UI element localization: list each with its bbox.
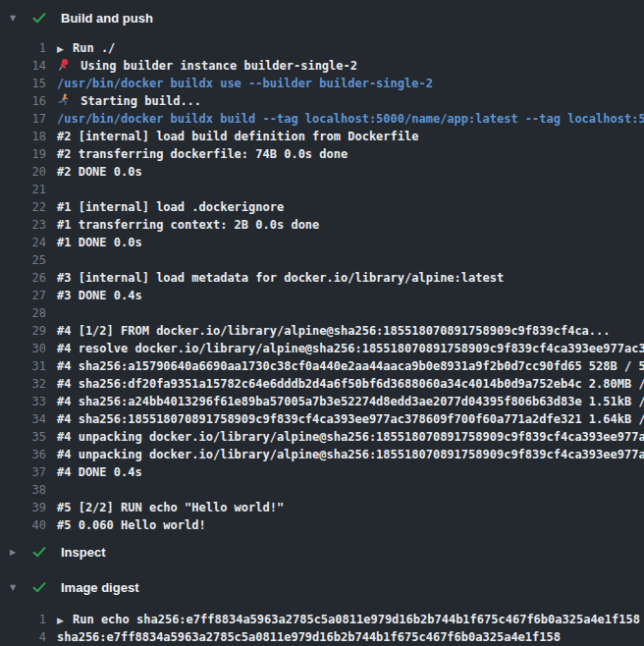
line-number[interactable]: 14 [0, 57, 46, 75]
log-text: ▶Run ./ [57, 39, 115, 57]
log-text: #4 unpacking docker.io/library/alpine@sh… [57, 446, 644, 463]
log-text: #1 DONE 0.0s [57, 234, 142, 251]
log-section-build-and-push: ▼Build and push1▶Run ./14 Using builder … [0, 0, 644, 534]
line-number[interactable]: 30 [0, 340, 46, 357]
log-line: 37#4 DONE 0.4s [0, 463, 644, 481]
line-number[interactable]: 35 [0, 428, 46, 446]
line-number[interactable]: 19 [0, 145, 46, 163]
log-line: 39#5 [2/2] RUN echo "Hello world!" [0, 499, 644, 516]
log-text: ▶Run echo sha256:e7ff8834a5963a2785c5a08… [57, 611, 640, 628]
log-text: #2 DONE 0.0s [57, 163, 142, 181]
log-line: 16 Starting build... [0, 92, 644, 110]
log-line: 19#2 transferring dockerfile: 74B 0.0s d… [0, 145, 644, 163]
section-header-image-digest[interactable]: ▼Image digest [0, 569, 644, 605]
log-line: 26#3 [internal] load metadata for docker… [0, 269, 644, 287]
log-text-value: #5 0.060 Hello world! [57, 518, 206, 532]
log-text: #4 [1/2] FROM docker.io/library/alpine@s… [57, 322, 611, 340]
log-text-value: sha256:e7ff8834a5963a2785c5a0811e979d16b… [57, 630, 561, 644]
log-text-value: #4 sha256:a24bb4013296f61e89ba57005a7b3e… [57, 395, 644, 408]
log-line: 4sha256:e7ff8834a5963a2785c5a0811e979d16… [0, 628, 644, 646]
log-text: #2 transferring dockerfile: 74B 0.0s don… [57, 145, 348, 163]
log-line: 15/usr/bin/docker buildx use --builder b… [0, 75, 644, 92]
log-text-value: #1 transferring context: 2B 0.0s done [57, 218, 319, 232]
line-number[interactable]: 25 [0, 251, 46, 269]
log-line: 22#1 [internal] load .dockerignore [0, 198, 644, 216]
line-number[interactable]: 16 [0, 92, 46, 110]
log-line: 31#4 sha256:a15790640a6690aa1730c38cf0a4… [0, 357, 644, 375]
section-log-lines: 1▶Run ./14 Using builder instance builde… [0, 35, 644, 534]
line-number[interactable]: 26 [0, 269, 46, 287]
log-text: Starting build... [57, 92, 201, 110]
log-text: #2 [internal] load build definition from… [57, 128, 418, 145]
line-number[interactable]: 32 [0, 375, 46, 393]
log-text: #4 sha256:a24bb4013296f61e89ba57005a7b3e… [57, 393, 644, 410]
line-number[interactable]: 28 [0, 304, 46, 322]
log-text: /usr/bin/docker buildx build --tag local… [57, 110, 644, 128]
chevron-right-icon[interactable]: ▶ [10, 548, 26, 557]
log-text-value: #3 [internal] load metadata for docker.i… [57, 271, 504, 285]
log-text-value: #4 [1/2] FROM docker.io/library/alpine@s… [57, 324, 611, 338]
line-number[interactable]: 1 [0, 39, 46, 57]
log-text: #3 DONE 0.4s [57, 287, 142, 304]
line-number[interactable]: 27 [0, 287, 46, 304]
log-text: #1 [internal] load .dockerignore [57, 198, 284, 216]
play-toggle-icon[interactable]: ▶ [57, 40, 73, 57]
log-text-value: #4 unpacking docker.io/library/alpine@sh… [57, 448, 644, 461]
line-number[interactable]: 21 [0, 181, 46, 198]
line-number[interactable]: 17 [0, 110, 46, 128]
line-number[interactable]: 1 [0, 611, 46, 628]
chevron-down-icon[interactable]: ▼ [10, 14, 26, 23]
line-number[interactable]: 18 [0, 128, 46, 145]
line-number[interactable]: 29 [0, 322, 46, 340]
section-log-lines: 1▶Run echo sha256:e7ff8834a5963a2785c5a0… [0, 605, 644, 646]
log-text: #4 sha256:185518070891758909c9f839cf4ca3… [57, 410, 644, 428]
line-number[interactable]: 40 [0, 516, 46, 534]
section-title: Image digest [61, 580, 138, 595]
check-icon [31, 10, 47, 26]
log-text-value: #1 [internal] load .dockerignore [57, 200, 284, 214]
log-text-value: #4 sha256:185518070891758909c9f839cf4ca3… [57, 412, 644, 426]
pushpin-icon [57, 58, 74, 71]
log-text-value: #4 sha256:df20fa9351a15782c64e6dddb2d4a6… [57, 377, 644, 391]
log-line: 34#4 sha256:185518070891758909c9f839cf4c… [0, 410, 644, 428]
chevron-down-icon[interactable]: ▼ [10, 583, 26, 592]
log-text-value: Starting build... [80, 94, 201, 108]
line-number[interactable]: 24 [0, 234, 46, 251]
log-text: #4 unpacking docker.io/library/alpine@sh… [57, 428, 644, 446]
log-line: 40#5 0.060 Hello world! [0, 516, 644, 534]
log-text: #4 resolve docker.io/library/alpine@sha2… [57, 340, 644, 357]
section-title: Build and push [61, 11, 153, 26]
section-header-inspect[interactable]: ▶Inspect [0, 534, 644, 569]
log-line: 33#4 sha256:a24bb4013296f61e89ba57005a7b… [0, 393, 644, 410]
log-text-value: #2 transferring dockerfile: 74B 0.0s don… [57, 147, 348, 161]
line-number[interactable]: 34 [0, 410, 46, 428]
line-number[interactable]: 4 [0, 628, 46, 646]
check-icon [31, 579, 47, 595]
log-text-value: #4 sha256:a15790640a6690aa1730c38cf0a440… [57, 359, 644, 373]
log-line: 23#1 transferring context: 2B 0.0s done [0, 216, 644, 234]
line-number[interactable]: 22 [0, 198, 46, 216]
section-header-build-and-push[interactable]: ▼Build and push [0, 0, 644, 35]
log-line: 20#2 DONE 0.0s [0, 163, 644, 181]
line-number[interactable]: 37 [0, 463, 46, 481]
play-toggle-icon[interactable]: ▶ [57, 612, 73, 628]
line-number[interactable]: 15 [0, 75, 46, 92]
line-number[interactable]: 20 [0, 163, 46, 181]
actions-log-viewer: ▼Build and push1▶Run ./14 Using builder … [0, 0, 644, 646]
line-number[interactable]: 23 [0, 216, 46, 234]
log-text-value: #2 [internal] load build definition from… [57, 130, 418, 143]
log-section-inspect: ▶Inspect [0, 534, 644, 569]
log-text-value: /usr/bin/docker buildx build --tag local… [57, 112, 644, 126]
log-line: 24#1 DONE 0.0s [0, 234, 644, 251]
line-number[interactable]: 39 [0, 499, 46, 516]
log-text-value: Using builder instance builder-single-2 [80, 59, 357, 73]
log-text-value: #4 resolve docker.io/library/alpine@sha2… [57, 342, 644, 355]
runner-icon [57, 93, 74, 106]
log-text-value: #1 DONE 0.0s [57, 236, 142, 249]
line-number[interactable]: 36 [0, 446, 46, 463]
log-text-value: Run echo sha256:e7ff8834a5963a2785c5a081… [73, 613, 640, 626]
line-number[interactable]: 38 [0, 481, 46, 499]
line-number[interactable]: 33 [0, 393, 46, 410]
line-number[interactable]: 31 [0, 357, 46, 375]
log-line: 21 [0, 181, 644, 198]
